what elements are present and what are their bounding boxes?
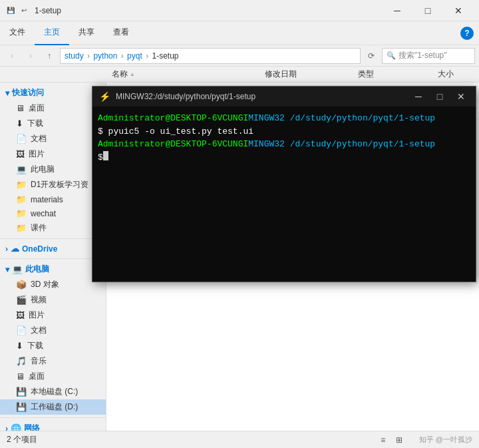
watermark: 知乎 @一叶孤沙: [419, 435, 472, 445]
status-right: ≡ ⊞: [377, 433, 406, 447]
terminal-cursor: [103, 151, 108, 160]
tab-view[interactable]: 查看: [104, 21, 138, 45]
up-button[interactable]: ↑: [41, 48, 57, 64]
terminal-titlebar: ⚡ MINGW32:/d/study/python/pyqt/1-setup ─…: [92, 87, 476, 107]
title-bar: 💾 ↩ 1-setup ─ □ ✕: [0, 0, 479, 21]
minimize-button[interactable]: ─: [382, 0, 412, 21]
sidebar-item-thispc-quick[interactable]: 💻 此电脑: [0, 162, 106, 177]
term-path1: MINGW32 /d/study/python/pyqt/1-setup: [248, 112, 435, 125]
download-icon: ⬇: [16, 118, 23, 128]
ribbon: 文件 主页 共享 查看 ?: [0, 21, 479, 45]
sidebar-item-3d[interactable]: 📦 3D 对象: [0, 277, 106, 292]
undo-icon[interactable]: ↩: [19, 5, 29, 16]
terminal-line-3: Administrator@DESKTOP-6VCUNGI MINGW32 /d…: [98, 138, 470, 151]
sidebar-label: 图片: [29, 310, 45, 321]
sidebar-item-docs[interactable]: 📄 文档: [0, 131, 106, 146]
window-controls: ─ □ ✕: [382, 0, 474, 21]
sidebar-item-downloads[interactable]: ⬇ 下载: [0, 338, 106, 353]
col-date[interactable]: 修改日期: [259, 69, 353, 80]
sidebar-item-documents[interactable]: 📄 文档: [0, 323, 106, 338]
sidebar-item-courseware[interactable]: 📁 课件: [0, 220, 106, 236]
3d-icon: 📦: [16, 280, 27, 290]
sidebar-divider3: [0, 417, 106, 418]
sidebar-item-work-disk[interactable]: 💾 工作磁盘 (D:): [0, 399, 106, 415]
sidebar-item-d1[interactable]: 📁 D1开发板学习资: [0, 177, 106, 192]
sidebar-item-pictures[interactable]: 🖼 图片: [0, 146, 106, 162]
folder-icon: 📁: [16, 180, 27, 190]
title-bar-text: 1-setup: [35, 6, 382, 15]
sidebar-label: materials: [31, 195, 63, 204]
terminal-line-4: $: [98, 151, 470, 164]
chevron-right-icon: ›: [5, 244, 8, 254]
sidebar-label: 下载: [27, 118, 43, 129]
document-icon: 📄: [16, 326, 27, 336]
sidebar-item-materials[interactable]: 📁 materials: [0, 192, 106, 206]
chevron-down-icon: ▾: [5, 89, 9, 98]
computer-icon2: 💻: [12, 264, 23, 274]
view-list-button[interactable]: ≡: [377, 433, 390, 447]
terminal-maximize-button[interactable]: □: [432, 89, 448, 105]
sidebar-label: 桌面: [29, 371, 45, 382]
terminal-minimize-button[interactable]: ─: [410, 89, 426, 105]
sidebar-item-wechat[interactable]: 📁 wechat: [0, 206, 106, 220]
breadcrumb[interactable]: study › python › pyqt › 1-setup: [60, 48, 361, 64]
network-label: 网络: [24, 423, 40, 431]
sidebar-item-images[interactable]: 🖼 图片: [0, 308, 106, 323]
title-bar-icons: 💾 ↩: [5, 5, 29, 16]
terminal-body[interactable]: Administrator@DESKTOP-6VCUNGI MINGW32 /d…: [92, 107, 476, 282]
sidebar-label: 本地磁盘 (C:): [31, 386, 78, 397]
sidebar-label: wechat: [31, 209, 56, 218]
sidebar-onedrive-header[interactable]: › ☁ OneDrive: [0, 242, 106, 256]
sidebar-divider2: [0, 258, 106, 259]
back-button[interactable]: ‹: [4, 48, 20, 64]
terminal-title: MINGW32:/d/study/python/pyqt/1-setup: [116, 92, 405, 101]
folder-icon: 📁: [16, 194, 27, 204]
status-items-count: 2 个项目: [7, 434, 37, 445]
tab-file[interactable]: 文件: [0, 21, 35, 45]
col-size[interactable]: 大小: [432, 69, 472, 80]
help-button[interactable]: ?: [460, 27, 474, 40]
view-grid-button[interactable]: ⊞: [393, 433, 406, 447]
maximize-button[interactable]: □: [412, 0, 443, 21]
main-layout: ▾ 快速访问 🖥 桌面 ⬇ 下载 📄 文档 🖼 图片 💻 此电脑 📁 D1开发板…: [0, 83, 479, 431]
sidebar-label: D1开发板学习资: [31, 179, 88, 190]
sidebar-item-desktop2[interactable]: 🖥 桌面: [0, 369, 106, 384]
onedrive-label: OneDrive: [22, 244, 57, 254]
terminal-icon: ⚡: [99, 91, 110, 102]
close-button[interactable]: ✕: [443, 0, 474, 21]
term-path2: MINGW32 /d/study/python/pyqt/1-setup: [248, 138, 435, 151]
sidebar-item-desktop1[interactable]: 🖥 桌面: [0, 101, 106, 116]
disk2-icon: 💾: [16, 402, 27, 412]
sidebar-label: 视频: [31, 294, 47, 306]
sidebar-item-download[interactable]: ⬇ 下载: [0, 116, 106, 131]
sidebar-label: 课件: [31, 222, 47, 234]
forward-button[interactable]: ›: [23, 48, 39, 64]
sidebar-quick-access-header[interactable]: ▾ 快速访问: [0, 85, 106, 101]
col-type[interactable]: 类型: [353, 69, 432, 80]
tab-home[interactable]: 主页: [35, 21, 69, 45]
refresh-button[interactable]: ⟳: [363, 48, 379, 64]
sidebar-label: 下载: [27, 340, 43, 351]
col-name[interactable]: 名称 ▲: [106, 69, 259, 80]
sidebar-label: 音乐: [31, 355, 47, 367]
sidebar-thispc-header[interactable]: ▾ 💻 此电脑: [0, 262, 106, 277]
address-bar: ‹ › ↑ study › python › pyqt › 1-setup ⟳ …: [0, 45, 479, 67]
sidebar-label: 此电脑: [31, 164, 55, 175]
sidebar-item-music[interactable]: 🎵 音乐: [0, 353, 106, 369]
downloads-icon: ⬇: [16, 341, 23, 351]
term-prompt: $: [98, 151, 103, 164]
term-user1: Administrator@DESKTOP-6VCUNGI: [98, 112, 248, 125]
sidebar: ▾ 快速访问 🖥 桌面 ⬇ 下载 📄 文档 🖼 图片 💻 此电脑 📁 D1开发板…: [0, 83, 106, 431]
search-box[interactable]: 🔍 搜索"1-setup": [382, 48, 475, 64]
save-icon[interactable]: 💾: [5, 5, 16, 16]
tab-share[interactable]: 共享: [69, 21, 104, 45]
sidebar-label: 文档: [31, 133, 47, 144]
thispc-label: 此电脑: [25, 264, 49, 275]
sidebar-network-header[interactable]: › 🌐 网络: [0, 421, 106, 431]
video-icon: 🎬: [16, 295, 27, 305]
pictures-icon: 🖼: [16, 149, 25, 159]
search-icon: 🔍: [387, 51, 396, 60]
terminal-close-button[interactable]: ✕: [453, 89, 469, 105]
sidebar-item-video[interactable]: 🎬 视频: [0, 292, 106, 308]
sidebar-item-local-disk[interactable]: 💾 本地磁盘 (C:): [0, 384, 106, 399]
